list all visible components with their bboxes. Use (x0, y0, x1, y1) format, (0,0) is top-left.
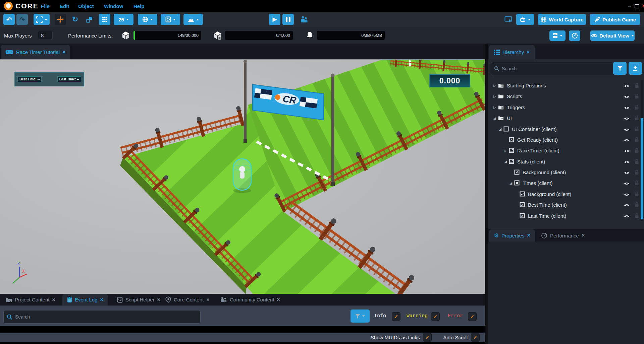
world-space-dropdown[interactable] (138, 14, 157, 25)
tree-row-background[interactable]: Background (client) (488, 167, 644, 177)
multiplayer-preview-button[interactable] (298, 14, 310, 25)
tab-properties[interactable]: ⚙ Properties × (489, 229, 535, 242)
tree-row-scripts[interactable]: ▷ Scripts (488, 91, 644, 101)
tab-community-content[interactable]: Community Content × (218, 294, 282, 305)
viewport-3d[interactable]: CR Z X Best Time: -- Las (0, 59, 485, 294)
close-icon[interactable]: × (527, 49, 530, 55)
menu-edit[interactable]: Edit (60, 0, 69, 12)
tree-row-get-ready[interactable]: A Get Ready (client) (488, 135, 644, 145)
show-muids-checkbox[interactable]: ✓ (423, 333, 432, 342)
chevron-closed-icon[interactable]: ▷ (492, 106, 497, 109)
menu-window[interactable]: Window (104, 0, 123, 12)
tab-performance[interactable]: Performance × (539, 229, 587, 242)
tree-row-times[interactable]: ◢ Times (client) (488, 178, 644, 188)
rotate-tool-button[interactable]: ↻ (69, 14, 81, 25)
eye-icon[interactable] (624, 203, 630, 208)
chevron-closed-icon[interactable]: ▷ (492, 84, 497, 87)
eye-icon[interactable] (624, 83, 630, 89)
lock-icon[interactable] (635, 126, 639, 133)
auto-scroll-checkbox[interactable]: ✓ (471, 333, 480, 342)
lock-icon[interactable] (635, 105, 639, 111)
tree-row-ui-container[interactable]: ◢ UI Container (client) (488, 124, 644, 134)
hierarchy-search-input[interactable] (491, 62, 621, 75)
menu-object[interactable]: Object (78, 0, 94, 12)
tab-core-content[interactable]: Core Content × (163, 294, 212, 305)
info-checkbox[interactable]: ✓ (392, 312, 400, 321)
lock-icon[interactable] (635, 93, 639, 100)
tab-hierarchy[interactable]: Hierarchy × (489, 45, 535, 59)
close-icon[interactable]: × (157, 297, 160, 303)
tab-race-timer-tutorial[interactable]: Race Timer Tutorial × (1, 45, 70, 59)
script-dropdown[interactable] (161, 14, 180, 25)
chevron-open-icon[interactable]: ◢ (503, 159, 508, 164)
event-log-output[interactable] (0, 326, 485, 333)
log-filter-dropdown[interactable] (351, 309, 370, 323)
event-log-search-input[interactable] (3, 310, 201, 324)
scale-tool-button[interactable] (84, 14, 95, 25)
close-icon[interactable]: × (62, 49, 65, 55)
chevron-closed-icon[interactable]: ▷ (492, 94, 497, 98)
tree-row-triggers[interactable]: ▷ Triggers (488, 102, 644, 112)
restore-button[interactable] (633, 3, 641, 9)
select-tool-dropdown[interactable] (34, 14, 50, 25)
tab-script-helper[interactable]: Script Helper × (115, 294, 162, 305)
eye-icon[interactable] (624, 214, 630, 219)
tree-row-stats[interactable]: ◢ Stats (client) (488, 156, 644, 166)
eye-icon[interactable] (624, 159, 630, 165)
tree-row-last-time[interactable]: A Last Time (client) (488, 211, 644, 221)
lock-icon[interactable] (635, 148, 639, 154)
lock-icon[interactable] (635, 191, 639, 198)
eye-icon[interactable] (624, 127, 630, 133)
publish-game-button[interactable]: Publish Game (590, 14, 640, 25)
eye-icon[interactable] (624, 148, 630, 154)
menu-help[interactable]: Help (133, 0, 145, 12)
hierarchy-scrollbar-thumb[interactable] (641, 118, 643, 219)
snap-size-dropdown[interactable]: 25 (114, 14, 133, 25)
eye-icon[interactable] (624, 181, 630, 187)
chevron-open-icon[interactable]: ◢ (497, 127, 503, 131)
snap-grid-button[interactable] (99, 14, 110, 25)
lock-icon[interactable] (635, 202, 639, 208)
warning-checkbox[interactable]: ✓ (431, 312, 440, 321)
close-icon[interactable]: × (100, 297, 103, 303)
close-icon[interactable]: × (206, 297, 209, 303)
close-icon[interactable]: × (52, 297, 55, 303)
eye-icon[interactable] (624, 192, 630, 198)
tab-event-log[interactable]: Event Log × (62, 294, 108, 305)
redo-button[interactable]: ↷ (16, 14, 28, 25)
lock-icon[interactable] (635, 115, 639, 122)
lock-icon[interactable] (635, 159, 639, 165)
undo-button[interactable]: ↶ (3, 14, 15, 25)
minimize-button[interactable]: – (626, 3, 633, 9)
default-view-dropdown[interactable]: Default View (590, 30, 635, 41)
hierarchy-filter-button[interactable] (613, 62, 627, 75)
eye-icon[interactable] (624, 116, 630, 122)
bot-tools-dropdown[interactable] (516, 14, 534, 25)
performance-gauge-button[interactable] (569, 30, 580, 41)
play-button[interactable]: ▶ (269, 14, 280, 25)
eye-icon[interactable] (624, 138, 630, 143)
close-button[interactable]: × (640, 3, 644, 9)
pause-button[interactable] (282, 14, 294, 25)
close-icon[interactable]: × (527, 232, 530, 238)
lock-icon[interactable] (635, 180, 639, 187)
close-icon[interactable]: × (277, 297, 280, 303)
tree-row-best-time[interactable]: A Best Time (client) (488, 200, 644, 210)
tree-row-ui[interactable]: ◢ UI (488, 113, 644, 123)
max-players-input[interactable] (38, 31, 53, 40)
error-checkbox[interactable]: ✓ (468, 312, 477, 321)
eye-icon[interactable] (624, 170, 630, 176)
tree-row-background-2[interactable]: Background (client) (488, 189, 644, 199)
lock-icon[interactable] (635, 213, 639, 219)
panel-divider[interactable] (485, 44, 488, 344)
tree-row-race-timer[interactable]: ▷ Race Timer (client) (488, 145, 644, 155)
move-tool-button[interactable] (55, 14, 66, 25)
lock-icon[interactable] (635, 137, 639, 143)
viewport-canvas[interactable]: CR Z X (0, 60, 485, 294)
save-dropdown[interactable] (549, 30, 566, 41)
close-icon[interactable]: × (582, 232, 585, 238)
screen-mode-button[interactable] (503, 14, 513, 25)
tab-project-content[interactable]: Project Content × (3, 294, 57, 305)
eye-icon[interactable] (624, 105, 630, 111)
terrain-dropdown[interactable] (183, 14, 203, 25)
